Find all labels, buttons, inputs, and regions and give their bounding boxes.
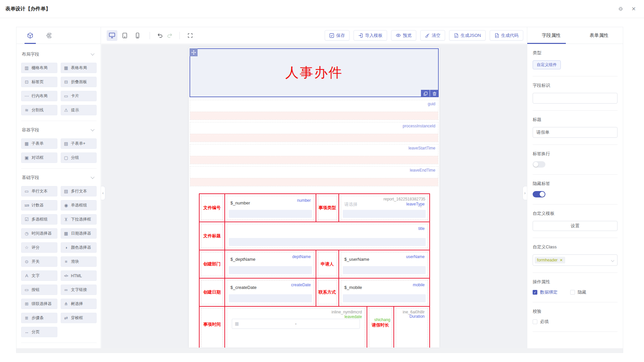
hidden-field[interactable]: guid — [190, 100, 438, 120]
counter-icon: 123 — [24, 204, 29, 207]
set-template-button[interactable]: 设置 — [533, 221, 618, 231]
palette-item-text[interactable]: A文字 — [21, 270, 57, 281]
label-wrap-toggle[interactable] — [533, 161, 545, 168]
palette-item-text-link[interactable]: ∞文字链接 — [61, 285, 97, 295]
delete-button[interactable] — [430, 90, 439, 97]
palette-item-cascader[interactable]: ⊞级联选择器 — [21, 299, 57, 309]
tag-remove-icon[interactable]: ✕ — [559, 258, 562, 262]
generate-code-button[interactable]: 生成代码 — [490, 30, 523, 41]
field-key-input[interactable] — [533, 93, 618, 104]
copy-button[interactable] — [421, 90, 430, 97]
palette-item-subform[interactable]: ▦子表单 — [21, 138, 57, 149]
tab-form-properties[interactable]: 表单属性 — [575, 27, 623, 44]
palette-item-counter[interactable]: 123计数器 — [21, 200, 57, 210]
label-cell[interactable]: 请假时长 shichang — [367, 307, 394, 348]
device-desktop-button[interactable] — [107, 30, 117, 41]
palette-item-collapse-panel[interactable]: ⊟折叠面板 — [61, 77, 97, 87]
label-cell[interactable]: 申请人 — [316, 250, 339, 278]
clear-button[interactable]: 清空 — [420, 30, 445, 41]
device-phone-button[interactable] — [132, 30, 143, 41]
label-cell[interactable]: 文件标题 — [199, 222, 225, 250]
checkbox-data-binding[interactable]: ✓ 数据绑定 — [533, 289, 557, 295]
hidden-field[interactable]: leaveStartTime — [190, 144, 438, 164]
palette-item-transfer[interactable]: ⇄穿梭框 — [61, 313, 97, 323]
prop-group-field-key: 字段标识 — [533, 76, 618, 111]
field-cell[interactable]: $_createDate createDate — [225, 279, 316, 306]
hidden-field[interactable]: processInstanceId — [190, 122, 438, 142]
field-cell[interactable]: $_userName userName — [339, 250, 430, 278]
palette-item-select[interactable]: ⊻下拉选择框 — [61, 214, 97, 225]
palette-item-single-line-text[interactable]: ▭单行文本 — [21, 186, 57, 196]
palette-item-rating[interactable]: ☆评分 — [21, 242, 57, 253]
palette-section-header[interactable]: 基础字段 — [21, 169, 97, 186]
palette-item-date-picker[interactable]: ▦日期选择器 — [61, 228, 97, 239]
label-cell[interactable]: 事项时间 — [199, 307, 225, 348]
palette-item-grid-layout[interactable]: ▥栅格布局 — [21, 63, 57, 73]
palette-item-group[interactable]: ▢分组 — [61, 153, 97, 163]
palette-item-subform-plus[interactable]: ▤子表单+ — [61, 138, 97, 149]
palette-section-header[interactable]: 容器字段 — [21, 121, 97, 138]
collapse-right-panel-handle[interactable]: › — [523, 186, 527, 200]
label-cell[interactable]: 创建部门 — [199, 250, 225, 278]
palette-tab-outline[interactable] — [45, 32, 53, 39]
tab-field-properties[interactable]: 字段属性 — [527, 27, 575, 44]
field-cell[interactable]: $_number number — [225, 194, 316, 222]
palette-item-multi-line-text[interactable]: ▤多行文本 — [61, 186, 97, 196]
undo-button[interactable] — [155, 31, 165, 41]
palette-item-card[interactable]: ▭卡片 — [61, 91, 97, 101]
import-template-button[interactable]: 导入模板 — [354, 30, 387, 41]
label-cell[interactable]: 事项类型 — [316, 194, 339, 222]
field-cell[interactable]: inline_nym8mcrd leavedate ▦ - — [225, 307, 367, 348]
field-cell[interactable]: $_mobile mobile — [339, 279, 430, 306]
fullscreen-button[interactable] — [185, 31, 195, 41]
palette-section-header[interactable]: 布局字段 — [21, 45, 97, 63]
hide-label-toggle[interactable] — [533, 191, 545, 197]
palette-item-checkbox-group[interactable]: ☑多选框组 — [21, 214, 57, 225]
palette-item-radio-group[interactable]: ◉单选框组 — [61, 200, 97, 210]
palette-section-header[interactable]: 高级字段 — [21, 343, 97, 348]
chevron-down-icon — [91, 52, 94, 55]
collapse-left-panel-handle[interactable]: ‹ — [101, 186, 105, 200]
palette-item-tabs[interactable]: ⊡标签页 — [21, 77, 57, 87]
label-cell[interactable]: 文件编号 — [199, 194, 225, 222]
field-cell[interactable]: title — [225, 222, 430, 250]
palette-item-alert[interactable]: ⚠提示 — [61, 105, 97, 115]
palette-item-dialog[interactable]: ▣对话框 — [21, 153, 57, 163]
title-input[interactable] — [533, 127, 618, 138]
field-cell[interactable]: $_deptName deptName — [225, 250, 316, 278]
palette-item-color-picker[interactable]: ◑颜色选择器 — [61, 242, 97, 253]
palette-item-time-picker[interactable]: ◷时间选择器 — [21, 228, 57, 239]
palette-item-switch[interactable]: ⊙开关 — [21, 256, 57, 267]
label-cell[interactable]: 联系方式 — [316, 279, 339, 306]
date-range-input[interactable]: ▦ - — [232, 319, 360, 329]
field-cell[interactable]: report_1622518382735 leaveType 请选择 — [339, 194, 430, 222]
palette-item-html[interactable]: </>HTML — [61, 270, 97, 281]
drag-handle[interactable] — [190, 48, 198, 56]
palette-item-pagination[interactable]: ↔分页 — [21, 327, 57, 337]
checkbox-hidden[interactable]: 隐藏 — [570, 289, 586, 295]
label-cell[interactable]: 创建日期 — [199, 279, 225, 306]
palette-item-button[interactable]: ▭按钮 — [21, 285, 57, 295]
header-component[interactable]: 人事办件 — [190, 48, 439, 97]
palette-item-inline-layout[interactable]: ⋯行内布局 — [21, 91, 57, 101]
device-tablet-button[interactable] — [119, 30, 130, 41]
generate-json-button[interactable]: 生成JSON — [449, 30, 486, 41]
field-cell[interactable]: ine_6ai0h8lr Duration — [394, 307, 430, 348]
palette-tab-components[interactable] — [26, 32, 34, 39]
field-id-label: number — [297, 198, 311, 203]
palette-item-table-layout[interactable]: ▦表格布局 — [61, 63, 97, 73]
palette-item-divider[interactable]: ≋分割线 — [21, 105, 57, 115]
palette-item-slider[interactable]: ≡滑块 — [61, 256, 97, 267]
save-button[interactable]: 保存 — [325, 30, 350, 41]
preview-button[interactable]: 预览 — [391, 30, 416, 41]
hidden-field[interactable]: leaveEndTime — [190, 166, 438, 186]
bottom-scrollbar-strip[interactable] — [16, 348, 623, 353]
close-icon[interactable]: ✕ — [632, 6, 636, 12]
checkbox-required[interactable]: 必填 — [533, 319, 549, 325]
compress-icon[interactable] — [618, 6, 624, 12]
palette-item-tree-select[interactable]: ⋔树选择 — [61, 299, 97, 309]
palette-item-steps[interactable]: ≣步骤条 — [21, 313, 57, 323]
design-canvas[interactable]: 人事办件 — [101, 44, 527, 348]
redo-button[interactable] — [165, 31, 175, 41]
custom-class-select[interactable]: formheader ✕ — [533, 254, 618, 266]
